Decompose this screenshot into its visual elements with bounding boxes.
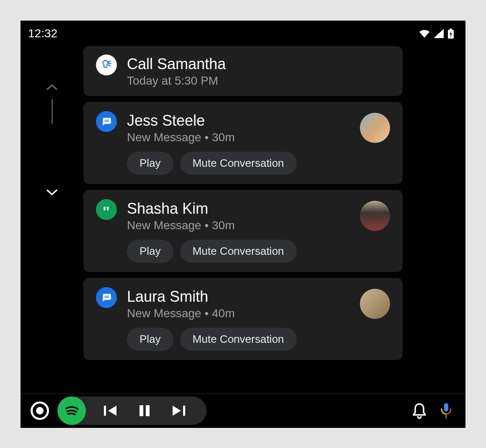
- card-actions: Play Mute Conversation: [127, 152, 350, 175]
- card-actions: Play Mute Conversation: [127, 240, 350, 263]
- notification-title: Laura Smith: [127, 287, 350, 306]
- chevron-up-icon[interactable]: [47, 84, 57, 91]
- pause-button[interactable]: [136, 402, 153, 419]
- card-actions: Play Mute Conversation: [127, 328, 350, 351]
- contact-avatar: [360, 289, 390, 319]
- play-button[interactable]: Play: [127, 240, 173, 263]
- card-body: Shasha Kim New Message • 30m Play Mute C…: [127, 199, 350, 263]
- scroll-track: [52, 99, 53, 124]
- assistant-mic-button[interactable]: [437, 401, 455, 420]
- svg-rect-6: [104, 406, 106, 416]
- hangouts-icon: [96, 199, 117, 220]
- notification-card[interactable]: Shasha Kim New Message • 30m Play Mute C…: [83, 190, 403, 272]
- next-track-button[interactable]: [170, 402, 186, 419]
- contact-avatar: [360, 113, 390, 143]
- status-bar: 12:32: [21, 21, 465, 46]
- notification-card[interactable]: Jess Steele New Message • 30m Play Mute …: [83, 102, 403, 184]
- notification-subtitle: New Message • 30m: [127, 131, 350, 144]
- card-body: Laura Smith New Message • 40m Play Mute …: [127, 287, 350, 351]
- notification-subtitle: New Message • 40m: [127, 307, 350, 320]
- card-body: Call Samantha Today at 5:30 PM: [127, 54, 390, 88]
- reminder-title: Call Samantha: [127, 54, 390, 73]
- media-widget: [57, 396, 207, 425]
- svg-rect-8: [146, 405, 150, 416]
- svg-rect-10: [444, 403, 448, 412]
- clock: 12:32: [28, 27, 57, 40]
- mute-button[interactable]: Mute Conversation: [180, 240, 297, 263]
- play-button[interactable]: Play: [127, 152, 173, 175]
- cellular-icon: [434, 29, 444, 38]
- svg-rect-7: [140, 405, 143, 416]
- mute-button[interactable]: Mute Conversation: [180, 152, 297, 175]
- svg-rect-9: [183, 406, 185, 416]
- notification-subtitle: New Message • 30m: [127, 219, 350, 232]
- bottom-nav-bar: [21, 394, 465, 428]
- reminder-icon: [96, 54, 117, 75]
- wifi-icon: [419, 29, 429, 38]
- notification-list[interactable]: Call Samantha Today at 5:30 PM Jess Stee…: [83, 46, 465, 398]
- notifications-button[interactable]: [410, 401, 429, 420]
- play-button[interactable]: Play: [127, 328, 173, 351]
- reminder-card[interactable]: Call Samantha Today at 5:30 PM: [83, 46, 403, 96]
- card-body: Jess Steele New Message • 30m Play Mute …: [127, 111, 350, 175]
- previous-track-button[interactable]: [103, 402, 119, 419]
- messages-icon: [96, 111, 117, 132]
- messages-icon: [96, 287, 117, 308]
- launcher-button[interactable]: [31, 401, 49, 420]
- svg-rect-1: [450, 28, 452, 30]
- chevron-down-icon[interactable]: [47, 189, 57, 196]
- notification-title: Jess Steele: [127, 111, 350, 130]
- spotify-icon[interactable]: [57, 396, 86, 425]
- mute-button[interactable]: Mute Conversation: [180, 328, 297, 351]
- battery-charging-icon: [448, 28, 454, 39]
- notification-card[interactable]: Laura Smith New Message • 40m Play Mute …: [83, 278, 403, 360]
- reminder-subtitle: Today at 5:30 PM: [127, 74, 390, 88]
- scroll-indicator: [21, 46, 83, 398]
- content-area: Call Samantha Today at 5:30 PM Jess Stee…: [21, 46, 465, 398]
- status-icons: [419, 28, 454, 39]
- contact-avatar: [360, 201, 390, 231]
- android-auto-screen: 12:32 Call Samantha Today at 5:30 PM: [21, 21, 465, 428]
- notification-title: Shasha Kim: [127, 199, 350, 218]
